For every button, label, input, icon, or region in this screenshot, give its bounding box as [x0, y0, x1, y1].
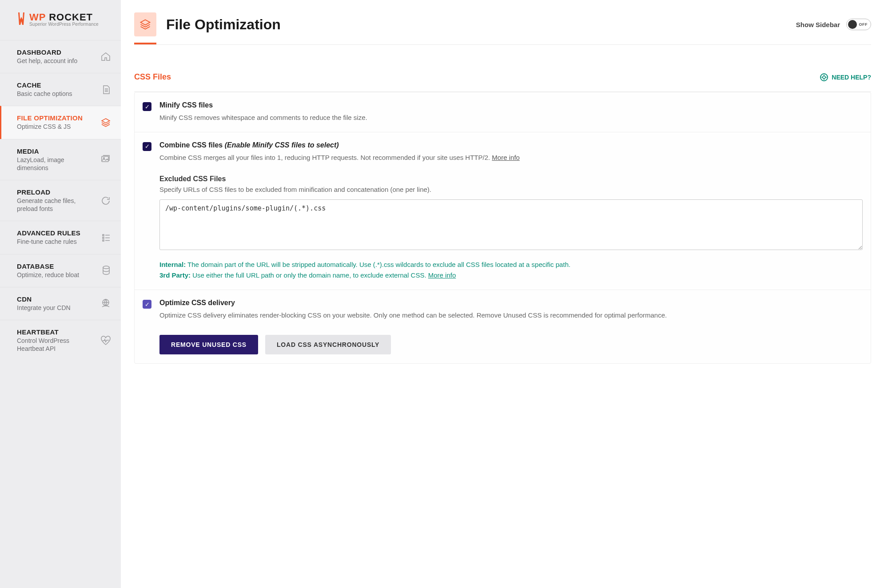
svg-rect-4 — [103, 240, 104, 241]
optimize-css-checkbox[interactable]: ✓ — [143, 300, 151, 309]
sidebar: WP ROCKET Superior WordPress Performance… — [0, 0, 121, 588]
brand: WP ROCKET Superior WordPress Performance — [0, 0, 121, 40]
heart-icon — [100, 336, 111, 346]
svg-point-7 — [823, 76, 825, 79]
globe-icon — [100, 298, 111, 309]
combine-css-desc: Combine CSS merges all your files into 1… — [159, 153, 863, 163]
sidebar-item-cdn[interactable]: CDNIntegrate your CDN — [0, 287, 121, 320]
option-optimize-css: ✓ Optimize CSS delivery Optimize CSS del… — [135, 290, 871, 363]
main: File Optimization Show Sidebar OFF CSS F… — [121, 0, 888, 588]
css-options-panel: ✓ Minify CSS files Minify CSS removes wh… — [134, 92, 871, 364]
sidebar-item-preload[interactable]: PRELOADGenerate cache files, preload fon… — [0, 180, 121, 221]
svg-point-1 — [104, 158, 105, 159]
sidebar-item-heartbeat[interactable]: HEARTBEATControl WordPress Heartbeat API — [0, 320, 121, 361]
optimize-css-buttons: REMOVE UNUSED CSS LOAD CSS ASYNCHRONOUSL… — [159, 335, 863, 354]
option-minify-css: ✓ Minify CSS files Minify CSS removes wh… — [135, 92, 871, 132]
svg-rect-2 — [103, 234, 104, 236]
brand-subtitle: Superior WordPress Performance — [29, 22, 99, 27]
sidebar-item-cache[interactable]: CACHEBasic cache options — [0, 73, 121, 106]
minify-css-checkbox[interactable]: ✓ — [143, 102, 151, 111]
page-title: File Optimization — [166, 16, 281, 33]
image-icon — [100, 155, 111, 164]
section-title: CSS Files — [134, 72, 171, 82]
excluded-css-block: Excluded CSS Files Specify URLs of CSS f… — [159, 175, 863, 281]
home-icon — [100, 52, 111, 62]
combine-css-title: Combine CSS files (Enable Minify CSS fil… — [159, 141, 863, 149]
page-stack-icon — [134, 12, 156, 36]
optimize-css-desc: Optimize CSS delivery eliminates render-… — [159, 310, 863, 321]
file-icon — [101, 84, 111, 95]
svg-rect-3 — [103, 237, 104, 238]
show-sidebar-toggle[interactable]: OFF — [846, 19, 871, 30]
svg-point-5 — [103, 266, 109, 269]
brand-logo-icon — [17, 12, 26, 27]
database-icon — [101, 265, 111, 276]
page-header: File Optimization Show Sidebar OFF — [134, 12, 871, 36]
option-combine-css: ✓ Combine CSS files (Enable Minify CSS f… — [135, 132, 871, 290]
load-css-async-button[interactable]: LOAD CSS ASYNCHRONOUSLY — [265, 335, 391, 354]
sidebar-item-database[interactable]: DATABASEOptimize, reduce bloat — [0, 254, 121, 287]
combine-css-checkbox[interactable]: ✓ — [143, 142, 151, 151]
divider — [134, 44, 871, 45]
sidebar-item-dashboard[interactable]: DASHBOARDGet help, account info — [0, 40, 121, 73]
sidebar-item-file-optimization[interactable]: FILE OPTIMIZATIONOptimize CSS & JS — [0, 106, 121, 139]
sidebar-item-media[interactable]: MEDIALazyLoad, image dimensions — [0, 139, 121, 180]
refresh-icon — [100, 195, 111, 206]
sidebar-item-advanced-rules[interactable]: ADVANCED RULESFine-tune cache rules — [0, 221, 121, 254]
excluded-css-more-info-link[interactable]: More info — [428, 271, 456, 279]
help-ring-icon — [820, 73, 828, 81]
remove-unused-css-button[interactable]: REMOVE UNUSED CSS — [159, 335, 258, 354]
brand-title: WP ROCKET — [29, 12, 99, 22]
minify-css-desc: Minify CSS removes whitespace and commen… — [159, 113, 863, 123]
show-sidebar-label: Show Sidebar — [796, 21, 840, 28]
excluded-css-textarea[interactable] — [159, 199, 863, 250]
section-header: CSS Files NEED HELP? — [134, 72, 871, 82]
list-icon — [101, 233, 111, 242]
stack-icon — [100, 117, 111, 128]
combine-css-more-info-link[interactable]: More info — [492, 154, 520, 161]
minify-css-title: Minify CSS files — [159, 101, 863, 109]
excluded-css-hint: Internal: The domain part of the URL wil… — [159, 259, 863, 281]
optimize-css-title: Optimize CSS delivery — [159, 299, 863, 307]
excluded-css-title: Excluded CSS Files — [159, 175, 863, 183]
need-help-link[interactable]: NEED HELP? — [820, 73, 871, 81]
excluded-css-desc: Specify URLs of CSS files to be excluded… — [159, 186, 863, 193]
